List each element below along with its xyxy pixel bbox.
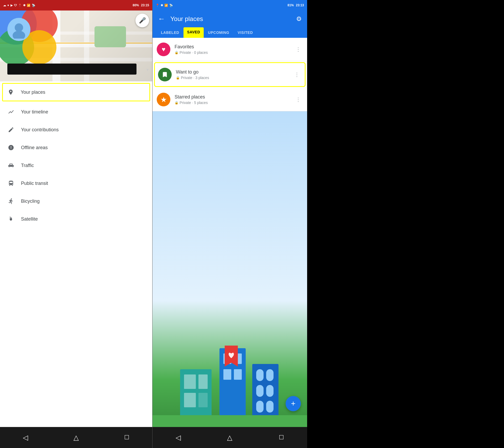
recents-icon-left: ☐	[124, 434, 129, 441]
lock-icon-favorites: 🔒	[175, 51, 178, 54]
svg-rect-23	[234, 369, 242, 380]
left-phone: ☁ ♥ ▶ 🛡 📍 ✱ 📶 📡 80% 23:15	[0, 0, 152, 448]
traffic-icon	[6, 161, 16, 170]
right-time: 23:13	[296, 3, 304, 7]
left-status-bar: ☁ ♥ ▶ 🛡 📍 ✱ 📶 📡 80% 23:15	[0, 0, 152, 11]
left-home-button[interactable]: △	[68, 430, 84, 445]
want-to-go-more-button[interactable]: ⋮	[292, 69, 302, 80]
add-icon: +	[291, 399, 296, 408]
svg-rect-16	[198, 374, 208, 389]
mic-icon: 🎤	[139, 17, 146, 24]
right-status-bar: 📍 ✱ 📶 📡 81% 23:13	[153, 0, 307, 11]
left-battery: 80%	[133, 3, 139, 7]
favorites-more-button[interactable]: ⋮	[293, 44, 303, 55]
signal-icon-right: 📡	[169, 4, 173, 7]
your-places-item[interactable]: Your places	[2, 83, 150, 101]
your-timeline-item[interactable]: Your timeline	[0, 103, 152, 121]
svg-rect-15	[184, 374, 196, 389]
favorites-name: Favorites	[175, 44, 293, 50]
traffic-item[interactable]: Traffic	[0, 157, 152, 174]
public-transit-item[interactable]: Public transit	[0, 174, 152, 192]
back-icon-left: ◁	[23, 434, 28, 442]
starred-name: Starred places	[175, 94, 293, 100]
tabs-row: LABELED SAVED UPCOMING VISITED	[157, 27, 303, 38]
bicycle-icon	[6, 196, 16, 206]
favorites-meta: 🔒 Private · 0 places	[175, 50, 293, 55]
microphone-button[interactable]: 🎤	[135, 14, 149, 27]
right-bottom-nav: ◁ △ ☐	[153, 427, 307, 448]
wifi-icon-right: 📶	[164, 4, 168, 7]
illustration-area: +	[153, 111, 307, 427]
avatar[interactable]	[7, 18, 30, 41]
starred-more-button[interactable]: ⋮	[293, 94, 303, 105]
svg-rect-27	[266, 369, 274, 381]
want-to-go-info: Want to go 🔒 Private · 3 places	[176, 69, 292, 80]
starred-item[interactable]: ★ Starred places 🔒 Private · 5 places ⋮	[153, 88, 307, 111]
recents-icon-right: ☐	[279, 434, 284, 441]
your-contributions-item[interactable]: Your contributions	[0, 121, 152, 139]
right-header: ← Your places ⚙ LABELED SAVED	[153, 11, 307, 38]
favorites-info: Favorites 🔒 Private · 0 places	[175, 44, 293, 55]
lock-icon-starred: 🔒	[175, 101, 178, 105]
left-header: 🎤 ▾	[0, 11, 152, 81]
starred-meta: 🔒 Private · 5 places	[175, 101, 293, 105]
offline-icon	[6, 143, 16, 152]
want-to-go-meta: 🔒 Private · 3 places	[176, 76, 292, 80]
svg-rect-18	[198, 393, 208, 407]
timeline-label: Your timeline	[21, 109, 48, 115]
svg-rect-22	[223, 369, 231, 380]
back-icon-right: ◁	[176, 434, 181, 442]
want-to-go-icon	[158, 68, 172, 81]
places-list: ♥ Favorites 🔒 Private · 0 places ⋮	[153, 38, 307, 111]
right-phone: 📍 ✱ 📶 📡 81% 23:13 ← Your places	[152, 0, 307, 448]
satellite-label: Satellite	[21, 216, 38, 222]
back-button-right[interactable]: ←	[157, 14, 166, 24]
tab-saved[interactable]: SAVED	[183, 27, 204, 38]
location-icon-left: 📍	[18, 4, 22, 7]
dropdown-arrow-icon[interactable]: ▾	[146, 67, 149, 72]
video-icon: ▶	[10, 4, 13, 7]
heart-icon: ♥	[7, 4, 9, 7]
contributions-icon	[6, 125, 16, 134]
traffic-label: Traffic	[21, 163, 34, 168]
left-recents-button[interactable]: ☐	[119, 430, 135, 445]
favorites-icon: ♥	[157, 43, 170, 56]
lock-icon-want-to-go: 🔒	[176, 76, 180, 80]
bicycling-label: Bicycling	[21, 199, 40, 204]
want-to-go-name: Want to go	[176, 69, 292, 75]
fab-add-button[interactable]: +	[286, 396, 301, 411]
left-back-button[interactable]: ◁	[18, 430, 33, 445]
right-status-icons: 📍 ✱ 📶 📡	[156, 4, 173, 7]
right-back-button[interactable]: ◁	[170, 430, 186, 445]
offline-areas-item[interactable]: Offline areas	[0, 139, 152, 157]
tab-upcoming[interactable]: UPCOMING	[204, 27, 233, 38]
name-bar	[7, 64, 136, 75]
right-recents-button[interactable]: ☐	[274, 430, 289, 445]
settings-button[interactable]: ⚙	[295, 14, 303, 24]
transit-label: Public transit	[21, 181, 48, 186]
svg-rect-26	[256, 369, 264, 381]
offline-label: Offline areas	[21, 145, 48, 150]
left-status-icons: ☁ ♥ ▶ 🛡 📍 ✱ 📶 📡	[3, 4, 35, 7]
contributions-label: Your contributions	[21, 127, 59, 133]
svg-rect-28	[256, 385, 264, 397]
want-to-go-item[interactable]: Want to go 🔒 Private · 3 places ⋮	[154, 62, 306, 87]
svg-rect-17	[184, 393, 196, 407]
tab-labeled[interactable]: LABELED	[157, 27, 183, 38]
starred-icon: ★	[157, 93, 170, 106]
right-home-button[interactable]: △	[222, 430, 238, 445]
tab-visited[interactable]: VISITED	[233, 27, 257, 38]
svg-rect-31	[266, 401, 274, 413]
wifi-icon-left: 📶	[27, 4, 30, 7]
home-icon-left: △	[74, 434, 79, 442]
your-places-label: Your places	[21, 90, 45, 95]
satellite-item[interactable]: Satellite	[0, 210, 152, 228]
location-icon-right: 📍	[156, 4, 159, 7]
favorites-item[interactable]: ♥ Favorites 🔒 Private · 0 places ⋮	[153, 38, 307, 61]
satellite-icon	[6, 214, 16, 224]
bicycling-item[interactable]: Bicycling	[0, 192, 152, 210]
cloud-icon: ☁	[3, 4, 6, 7]
starred-info: Starred places 🔒 Private · 5 places	[175, 94, 293, 105]
transit-icon	[6, 179, 16, 188]
back-arrow-icon: ←	[158, 15, 165, 23]
